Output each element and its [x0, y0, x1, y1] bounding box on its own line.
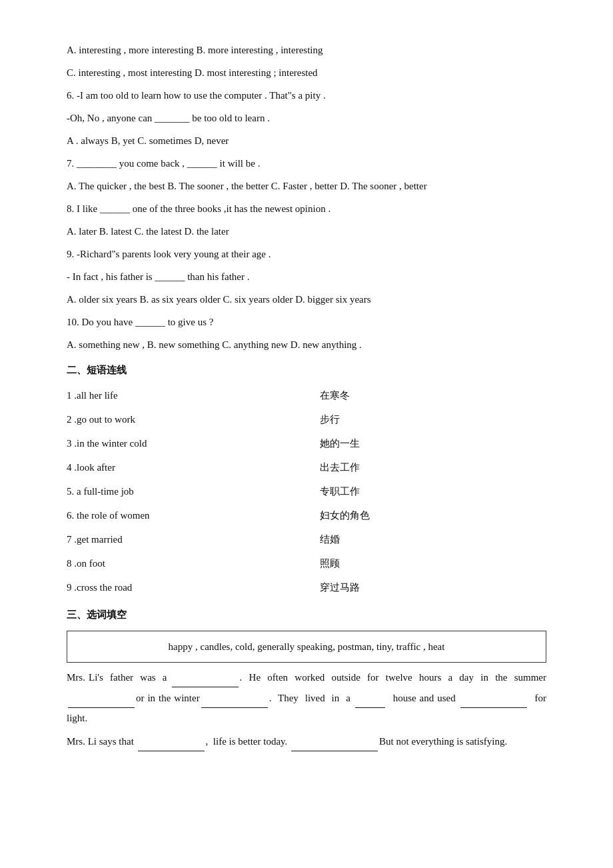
blank-3	[201, 687, 268, 708]
matching-right-9: 穿过马路	[306, 575, 546, 599]
matching-right-2: 步行	[306, 407, 546, 431]
matching-right-8: 照顾	[306, 551, 546, 575]
section2-header: 二、短语连线	[67, 361, 546, 379]
matching-right-6: 妇女的角色	[306, 503, 546, 527]
matching-right-3: 她的一生	[306, 431, 546, 455]
blank-4	[355, 687, 385, 708]
matching-left-1: 1 .all her life	[67, 383, 306, 407]
q10-stem: 10. Do you have ______ to give us ?	[67, 312, 546, 332]
matching-row-5: 5. a full-time job专职工作	[67, 479, 546, 503]
matching-left-5: 5. a full-time job	[67, 479, 306, 503]
matching-right-7: 结婚	[306, 527, 546, 551]
q7-options: A. The quicker , the best B. The sooner …	[67, 176, 546, 196]
q9-options: A. older six years B. as six years older…	[67, 289, 546, 309]
matching-row-1: 1 .all her life在寒冬	[67, 383, 546, 407]
q9-stem: 9. -Richard"s parents look very young at…	[67, 244, 546, 264]
section3-header: 三、选词填空	[67, 606, 546, 624]
blank-5	[460, 687, 527, 708]
matching-row-9: 9 .cross the road穿过马路	[67, 575, 546, 599]
blank-7	[291, 731, 378, 751]
matching-row-6: 6. the role of women妇女的角色	[67, 503, 546, 527]
blank-2	[68, 687, 135, 708]
q6-stem: 6. -I am too old to learn how to use the…	[67, 85, 546, 105]
fill-sentence-2: Mrs. Li says that , life is better today…	[67, 731, 546, 751]
matching-left-8: 8 .on foot	[67, 551, 306, 575]
matching-left-4: 4 .look after	[67, 455, 306, 479]
q10-options: A. something new , B. new something C. a…	[67, 335, 546, 355]
q6-dialogue: -Oh, No , anyone can _______ be too old …	[67, 108, 546, 128]
matching-left-2: 2 .go out to work	[67, 407, 306, 431]
line-answer-cd: C. interesting , most interesting D. mos…	[67, 63, 546, 83]
fill-sentence-1: Mrs. Li's father was a . He often worked…	[67, 667, 546, 728]
q7-stem: 7. ________ you come back , ______ it wi…	[67, 153, 546, 173]
q8-options: A. later B. latest C. the latest D. the …	[67, 221, 546, 241]
matching-row-4: 4 .look after出去工作	[67, 455, 546, 479]
matching-left-9: 9 .cross the road	[67, 575, 306, 599]
word-box: happy , candles, cold, generally speakin…	[67, 631, 546, 663]
matching-row-8: 8 .on foot照顾	[67, 551, 546, 575]
matching-row-7: 7 .get married结婚	[67, 527, 546, 551]
matching-row-3: 3 .in the winter cold她的一生	[67, 431, 546, 455]
matching-right-4: 出去工作	[306, 455, 546, 479]
blank-1	[172, 667, 239, 687]
question-lines: A. interesting , more interesting B. mor…	[67, 40, 546, 355]
matching-right-5: 专职工作	[306, 479, 546, 503]
section2: 二、短语连线 1 .all her life在寒冬2 .go out to wo…	[67, 361, 546, 599]
blank-6	[138, 731, 205, 751]
q8-stem: 8. I like ______ one of the three books …	[67, 199, 546, 219]
q6-options: A . always B, yet C. sometimes D, never	[67, 131, 546, 151]
line-answer-ab: A. interesting , more interesting B. mor…	[67, 40, 546, 60]
matching-row-2: 2 .go out to work步行	[67, 407, 546, 431]
matching-right-1: 在寒冬	[306, 383, 546, 407]
matching-table: 1 .all her life在寒冬2 .go out to work步行3 .…	[67, 383, 546, 599]
matching-left-7: 7 .get married	[67, 527, 306, 551]
matching-left-3: 3 .in the winter cold	[67, 431, 306, 455]
matching-left-6: 6. the role of women	[67, 503, 306, 527]
section3: 三、选词填空 happy , candles, cold, generally …	[67, 606, 546, 751]
q9-dialogue: - In fact , his father is ______ than hi…	[67, 267, 546, 287]
